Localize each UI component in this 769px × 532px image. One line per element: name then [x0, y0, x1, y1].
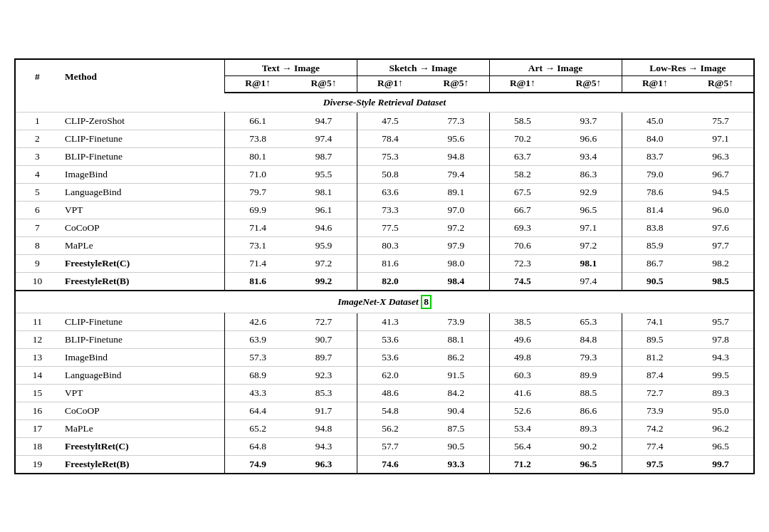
- row-value: 99.5: [688, 366, 754, 384]
- table-row: 3BLIP-Finetune80.198.775.394.863.793.483…: [15, 147, 754, 165]
- row-id: 18: [15, 437, 59, 455]
- row-value: 98.1: [291, 183, 357, 201]
- row-value: 73.3: [357, 201, 423, 219]
- subheader-r5-2: R@5↑: [423, 75, 489, 93]
- row-value: 79.7: [224, 183, 291, 201]
- row-value: 93.3: [423, 455, 489, 474]
- row-value: 90.5: [423, 437, 489, 455]
- row-value: 93.4: [555, 147, 622, 165]
- row-value: 98.4: [423, 272, 489, 291]
- row-id: 4: [15, 165, 59, 183]
- row-value: 47.5: [357, 112, 423, 130]
- row-value: 38.5: [489, 313, 555, 330]
- row-value: 70.2: [489, 130, 555, 147]
- table-row: 17MaPLe65.294.856.287.553.489.374.296.2: [15, 419, 754, 437]
- row-value: 80.1: [224, 147, 291, 165]
- row-value: 63.6: [357, 183, 423, 201]
- row-value: 96.3: [291, 455, 357, 474]
- row-value: 95.7: [688, 313, 754, 330]
- row-id: 11: [15, 313, 59, 330]
- row-value: 45.0: [622, 112, 688, 130]
- row-value: 75.7: [688, 112, 754, 130]
- row-id: 10: [15, 272, 59, 291]
- row-value: 83.7: [622, 147, 688, 165]
- table-container: # Method Text → Image Sketch → Image Art…: [14, 58, 755, 474]
- row-method: LanguageBind: [59, 366, 224, 384]
- row-id: 1: [15, 112, 59, 130]
- row-value: 72.7: [291, 313, 357, 330]
- row-method: CLIP-Finetune: [59, 130, 224, 147]
- row-value: 79.4: [423, 165, 489, 183]
- table-row: 1CLIP-ZeroShot66.194.747.577.358.593.745…: [15, 112, 754, 130]
- row-value: 92.9: [555, 183, 622, 201]
- row-value: 90.4: [423, 402, 489, 419]
- table-row: 19FreestyleRet(B)74.996.374.693.371.296.…: [15, 455, 754, 474]
- row-value: 77.5: [357, 219, 423, 236]
- row-value: 64.4: [224, 402, 291, 419]
- row-value: 83.8: [622, 219, 688, 236]
- row-value: 98.5: [688, 272, 754, 291]
- row-id: 2: [15, 130, 59, 147]
- subheader-r1-2: R@1↑: [357, 75, 423, 93]
- row-value: 69.9: [224, 201, 291, 219]
- row-value: 96.5: [555, 455, 622, 474]
- row-value: 74.5: [489, 272, 555, 291]
- row-value: 53.6: [357, 330, 423, 348]
- table-row: 2CLIP-Finetune73.897.478.495.670.296.684…: [15, 130, 754, 147]
- col-group-lowres: Low-Res → Image: [622, 59, 754, 76]
- row-method: ImageBind: [59, 348, 224, 366]
- row-value: 92.3: [291, 366, 357, 384]
- row-value: 77.4: [622, 437, 688, 455]
- row-value: 41.6: [489, 384, 555, 402]
- row-value: 96.5: [688, 437, 754, 455]
- section2-title: ImageNet-X Dataset 8: [15, 291, 754, 313]
- row-value: 62.0: [357, 366, 423, 384]
- row-value: 81.2: [622, 348, 688, 366]
- table-row: 4ImageBind71.095.550.879.458.286.379.096…: [15, 165, 754, 183]
- table-row: 11CLIP-Finetune42.672.741.373.938.565.37…: [15, 313, 754, 330]
- row-method: CoCoOP: [59, 402, 224, 419]
- row-value: 91.7: [291, 402, 357, 419]
- row-value: 97.5: [622, 455, 688, 474]
- row-value: 97.9: [423, 236, 489, 254]
- row-value: 58.2: [489, 165, 555, 183]
- subheader-r1-4: R@1↑: [622, 75, 688, 93]
- subheader-r5-4: R@5↑: [688, 75, 754, 93]
- row-value: 97.1: [555, 219, 622, 236]
- row-value: 78.4: [357, 130, 423, 147]
- table-row: 12BLIP-Finetune63.990.753.688.149.684.88…: [15, 330, 754, 348]
- row-value: 86.6: [555, 402, 622, 419]
- row-value: 98.2: [688, 254, 754, 272]
- subheader-r5-1: R@5↑: [291, 75, 357, 93]
- row-value: 86.3: [555, 165, 622, 183]
- row-value: 97.4: [555, 272, 622, 291]
- row-method: MaPLe: [59, 419, 224, 437]
- row-value: 95.9: [291, 236, 357, 254]
- row-value: 90.5: [622, 272, 688, 291]
- row-value: 65.2: [224, 419, 291, 437]
- row-value: 84.0: [622, 130, 688, 147]
- row-value: 95.5: [291, 165, 357, 183]
- row-value: 94.5: [688, 183, 754, 201]
- row-id: 16: [15, 402, 59, 419]
- row-value: 54.8: [357, 402, 423, 419]
- row-value: 84.2: [423, 384, 489, 402]
- row-value: 56.4: [489, 437, 555, 455]
- row-value: 97.2: [291, 254, 357, 272]
- section1-title: Diverse-Style Retrieval Dataset: [15, 93, 754, 113]
- table-row: 8MaPLe73.195.980.397.970.697.285.997.7: [15, 236, 754, 254]
- row-value: 96.5: [555, 201, 622, 219]
- row-value: 70.6: [489, 236, 555, 254]
- row-id: 6: [15, 201, 59, 219]
- row-value: 49.6: [489, 330, 555, 348]
- row-value: 95.6: [423, 130, 489, 147]
- row-value: 78.6: [622, 183, 688, 201]
- row-value: 65.3: [555, 313, 622, 330]
- row-id: 9: [15, 254, 59, 272]
- row-method: CLIP-Finetune: [59, 313, 224, 330]
- row-id: 8: [15, 236, 59, 254]
- row-method: BLIP-Finetune: [59, 147, 224, 165]
- row-value: 89.3: [688, 384, 754, 402]
- row-id: 19: [15, 455, 59, 474]
- row-value: 97.2: [555, 236, 622, 254]
